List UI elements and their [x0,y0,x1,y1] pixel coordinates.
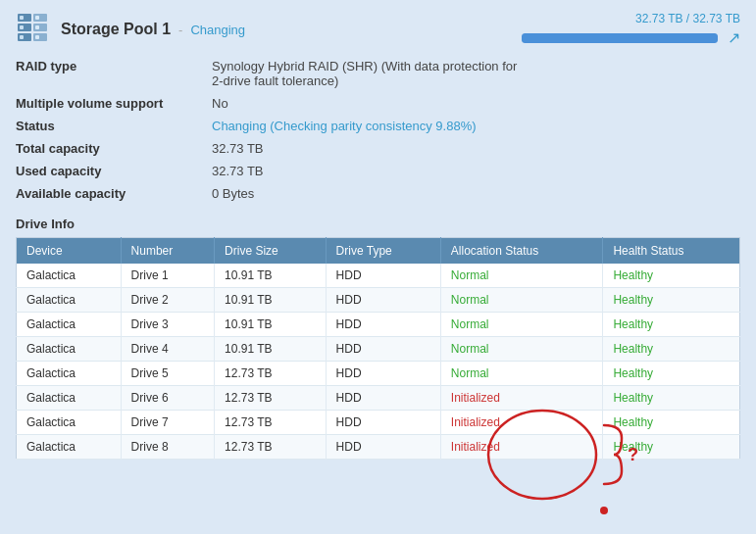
cell-allocation: Normal [440,362,603,386]
info-label-mvs: Multiple volume support [16,92,212,115]
info-table: RAID type Synology Hybrid RAID (SHR) (Wi… [16,55,740,205]
cell-device: Galactica [17,313,122,337]
cell-health: Healthy [603,435,740,460]
cell-size: 10.91 TB [215,337,327,362]
info-row-raid: RAID type Synology Hybrid RAID (SHR) (Wi… [16,55,740,92]
cell-type: HDD [326,337,440,362]
cell-device: Galactica [17,337,122,362]
cell-number: Drive 4 [121,337,215,362]
table-wrapper: Device Number Drive Size Drive Type Allo… [16,237,740,460]
cell-health: Healthy [603,288,740,313]
cell-health: Healthy [603,337,740,362]
cell-health: Healthy [603,313,740,337]
drive-row-2: Galactica Drive 2 10.91 TB HDD Normal He… [17,288,740,313]
info-label-total: Total capacity [16,137,212,160]
cell-number: Drive 7 [121,411,215,435]
cell-size: 12.73 TB [215,435,327,460]
cell-allocation: Normal [440,337,603,362]
capacity-text: 32.73 TB / 32.73 TB [522,12,740,25]
drive-info-title: Drive Info [16,217,740,231]
title-dash: - [178,23,182,37]
changing-label: Changing [190,23,245,37]
cell-type: HDD [326,288,440,313]
info-row-total: Total capacity 32.73 TB [16,137,740,160]
info-row-mvs: Multiple volume support No [16,92,740,115]
capacity-area: 32.73 TB / 32.73 TB ↗ [522,12,740,47]
cell-health: Healthy [603,386,740,411]
cell-number: Drive 8 [121,435,215,460]
cell-health: Healthy [603,362,740,386]
cell-allocation: Initialized [440,386,603,411]
drive-row-5: Galactica Drive 5 12.73 TB HDD Normal He… [17,362,740,386]
drive-row-8: Galactica Drive 8 12.73 TB HDD Initializ… [17,435,740,460]
cell-type: HDD [326,386,440,411]
info-value-avail: 0 Bytes [212,182,740,205]
cell-device: Galactica [17,411,122,435]
col-number: Number [121,238,215,265]
info-label-avail: Available capacity [16,182,212,205]
cell-allocation: Initialized [440,435,603,460]
svg-rect-8 [20,35,24,39]
cell-device: Galactica [17,435,122,460]
col-size: Drive Size [215,238,327,265]
info-value-raid: Synology Hybrid RAID (SHR) (With data pr… [212,55,740,92]
col-type: Drive Type [326,238,440,265]
cell-size: 12.73 TB [215,362,327,386]
info-value-used: 32.73 TB [212,160,740,182]
drive-row-4: Galactica Drive 4 10.91 TB HDD Normal He… [17,337,740,362]
cell-health: Healthy [603,411,740,435]
main-container: Storage Pool 1 - Changing 32.73 TB / 32.… [0,0,756,534]
cell-health: Healthy [603,264,740,288]
cell-size: 10.91 TB [215,288,327,313]
pool-title: Storage Pool 1 [61,21,171,38]
cell-device: Galactica [17,362,122,386]
col-device: Device [17,238,122,265]
cell-number: Drive 6 [121,386,215,411]
svg-point-14 [600,507,608,514]
cell-size: 10.91 TB [215,313,327,337]
svg-rect-11 [35,35,39,39]
cell-allocation: Normal [440,313,603,337]
cell-device: Galactica [17,264,122,288]
info-value-mvs: No [212,92,740,115]
info-row-status: Status Changing (Checking parity consist… [16,115,740,137]
drive-row-6: Galactica Drive 6 12.73 TB HDD Initializ… [17,386,740,411]
col-allocation: Allocation Status [440,238,603,265]
cell-number: Drive 3 [121,313,215,337]
drive-row-1: Galactica Drive 1 10.91 TB HDD Normal He… [17,264,740,288]
drive-row-3: Galactica Drive 3 10.91 TB HDD Normal He… [17,313,740,337]
cell-number: Drive 2 [121,288,215,313]
cell-size: 12.73 TB [215,411,327,435]
info-label-status: Status [16,115,212,137]
progress-bar [522,33,718,43]
storage-pool-icon [16,12,51,47]
cell-type: HDD [326,435,440,460]
cell-type: HDD [326,411,440,435]
drive-table: Device Number Drive Size Drive Type Allo… [16,237,740,460]
info-row-used: Used capacity 32.73 TB [16,160,740,182]
svg-rect-6 [20,16,24,20]
info-row-avail: Available capacity 0 Bytes [16,182,740,205]
title-line: Storage Pool 1 - Changing [61,21,522,38]
cell-device: Galactica [17,386,122,411]
cell-size: 12.73 TB [215,386,327,411]
cell-device: Galactica [17,288,122,313]
cell-allocation: Normal [440,264,603,288]
svg-rect-9 [35,16,39,20]
info-value-status: Changing (Checking parity consistency 9.… [212,115,740,137]
drive-table-header-row: Device Number Drive Size Drive Type Allo… [17,238,740,265]
cell-number: Drive 1 [121,264,215,288]
progress-bar-fill [522,33,718,43]
svg-rect-10 [35,25,39,29]
info-label-raid: RAID type [16,55,212,92]
cell-size: 10.91 TB [215,264,327,288]
cell-allocation: Initialized [440,411,603,435]
cell-type: HDD [326,362,440,386]
status-changing-text: Changing (Checking parity consistency 9.… [212,119,477,133]
cell-type: HDD [326,313,440,337]
title-area: Storage Pool 1 - Changing [61,21,522,38]
cell-allocation: Normal [440,288,603,313]
expand-icon[interactable]: ↗ [728,28,740,47]
header-row: Storage Pool 1 - Changing 32.73 TB / 32.… [16,12,740,47]
info-value-total: 32.73 TB [212,137,740,160]
